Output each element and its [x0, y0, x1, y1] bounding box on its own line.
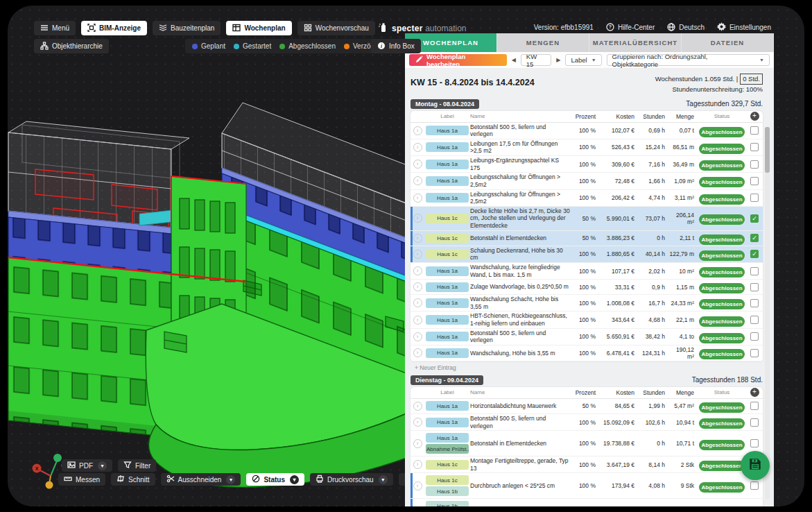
status-badge[interactable]: Abgeschlossen: [699, 349, 745, 359]
status-badge[interactable]: Abgeschlossen: [699, 418, 745, 429]
table-row[interactable]: ›Haus 1aLeibungsschalung für Öffnungen >…: [411, 173, 763, 189]
expand-row-icon[interactable]: ›: [413, 266, 422, 275]
row-checkbox[interactable]: [750, 267, 759, 275]
status-badge[interactable]: Abgeschlossen: [699, 333, 745, 343]
wochenplan-button[interactable]: Wochenplan: [226, 21, 291, 35]
row-checkbox[interactable]: [750, 439, 759, 447]
prev-week-button[interactable]: ◀: [512, 57, 516, 63]
table-row[interactable]: ›Haus 1aWandschalung, Höhe bis 3,55 m100…: [411, 345, 763, 361]
row-checkbox[interactable]: [750, 126, 759, 135]
expand-row-icon[interactable]: ›: [413, 126, 422, 135]
status-badge[interactable]: Abgeschlossen: [699, 177, 745, 187]
row-checkbox[interactable]: [750, 160, 759, 169]
add-row-button[interactable]: +: [750, 388, 759, 397]
objekthierarchie-button[interactable]: Objekthierarchie: [34, 39, 109, 53]
table-row[interactable]: ›Haus 1aBetonstahl 500 S, liefern und ve…: [411, 329, 763, 345]
viewport-tool-ausschneiden[interactable]: Ausschneiden▾: [161, 473, 241, 486]
menu-button[interactable]: Menü: [34, 21, 76, 35]
table-row[interactable]: ›Haus 1aWandschalung Schacht, Höhe bis 3…: [411, 295, 763, 312]
label-chip[interactable]: Haus 1c: [426, 249, 469, 259]
row-checkbox[interactable]: [750, 177, 759, 185]
panel-scrollbar-thumb[interactable]: [765, 127, 770, 173]
table-row[interactable]: ›Haus 1aAbnahme Prüfst..Betonstahl in El…: [411, 431, 763, 456]
expand-row-icon[interactable]: ›: [413, 143, 422, 152]
row-checkbox[interactable]: [750, 143, 759, 151]
row-checkbox[interactable]: [750, 299, 759, 307]
label-chip[interactable]: Haus 1c: [426, 475, 469, 485]
status-badge[interactable]: Abgeschlossen: [699, 402, 745, 413]
label-chip[interactable]: Haus 1a: [426, 266, 469, 276]
viewport-tool-filter[interactable]: Filter: [118, 459, 156, 472]
expand-row-icon[interactable]: ›: [413, 282, 422, 291]
viewport-tool-schnitt[interactable]: Schnitt: [111, 473, 155, 486]
help-center-button[interactable]: ?Hilfe-Center: [606, 23, 655, 33]
expand-row-icon[interactable]: ›: [413, 460, 422, 469]
row-checkbox[interactable]: [750, 194, 759, 202]
info-box-button[interactable]: iInfo Box: [371, 39, 421, 53]
viewport-tool-messen[interactable]: Messen: [58, 473, 105, 486]
bauzeitenplan-button[interactable]: Bauzeitenplan: [153, 21, 221, 35]
bim-anzeige-button[interactable]: BIM-Anzeige: [81, 21, 147, 35]
status-badge[interactable]: Abgeschlossen: [699, 267, 745, 278]
expand-chevron-icon[interactable]: ▾: [290, 475, 299, 484]
table-row[interactable]: ›Haus 1cSchalung Deckenrand, Höhe bis 30…: [411, 246, 763, 263]
row-checkbox[interactable]: [750, 402, 759, 410]
status-badge[interactable]: Abgeschlossen: [699, 482, 745, 493]
expand-chevron-icon[interactable]: ▾: [379, 475, 388, 484]
language-button[interactable]: Deutsch: [667, 23, 705, 33]
expand-row-icon[interactable]: ›: [413, 214, 422, 223]
save-button[interactable]: [741, 451, 770, 480]
table-row[interactable]: ›Haus 1aWandschalung, kurze feingliedrig…: [411, 263, 763, 280]
gizmo-y-axis[interactable]: [46, 481, 53, 489]
table-row[interactable]: ›Haus 1aBetonstahl 500 S, liefern und ve…: [411, 414, 763, 431]
expand-row-icon[interactable]: ›: [413, 481, 422, 490]
expand-row-icon[interactable]: ›: [413, 316, 422, 325]
status-badge[interactable]: Abgeschlossen: [699, 127, 745, 137]
expand-chevron-icon[interactable]: ▾: [98, 461, 107, 470]
row-checkbox[interactable]: [750, 418, 759, 427]
expand-row-icon[interactable]: ›: [413, 234, 422, 243]
gizmo-z-axis[interactable]: [53, 454, 62, 462]
add-row-button[interactable]: +: [750, 112, 759, 121]
row-checkbox[interactable]: [750, 332, 759, 341]
expand-row-icon[interactable]: ›: [413, 402, 422, 411]
week-selector[interactable]: KW 15: [521, 54, 551, 66]
label-chip[interactable]: Abnahme Prüfst..: [426, 444, 469, 454]
status-badge[interactable]: Abgeschlossen: [699, 299, 745, 309]
viewport-tool-pdf[interactable]: PDF▾: [62, 459, 112, 472]
label-chip[interactable]: Haus 1a: [426, 298, 469, 308]
status-badge[interactable]: Abgeschlossen: [699, 194, 745, 205]
label-filter-dropdown[interactable]: Label▼: [565, 54, 601, 66]
table-row[interactable]: ›Haus 1cMontage Fertigteiltreppe, gerade…: [411, 456, 763, 473]
expand-row-icon[interactable]: ›: [413, 298, 422, 307]
table-row[interactable]: ›Haus 1aHBT-Schienen, Rückbiegeanschluss…: [411, 312, 763, 328]
table-row[interactable]: ›Haus 1cDecke lichte Höhe bis 2,7 m, Dic…: [411, 207, 763, 231]
row-checkbox[interactable]: ✓: [750, 250, 759, 258]
expand-chevron-icon[interactable]: ▾: [226, 475, 235, 484]
expand-row-icon[interactable]: ›: [413, 439, 422, 448]
next-week-button[interactable]: ▶: [556, 57, 560, 63]
row-checkbox[interactable]: [750, 481, 759, 490]
table-row[interactable]: ›Haus 1bHaus 1cBetonage Decke bis 25 cm,…: [411, 499, 763, 506]
panel-scrollbar[interactable]: [765, 127, 770, 500]
expand-row-icon[interactable]: ›: [413, 176, 422, 185]
row-checkbox[interactable]: [750, 283, 759, 291]
table-row[interactable]: ›Haus 1aLeibungs-Ergänzungsspachtel KS 1…: [411, 156, 763, 173]
table-row[interactable]: ›Haus 1cHaus 1bDurchbruch anlegen < 25*2…: [411, 473, 763, 499]
label-chip[interactable]: Haus 1c: [426, 214, 469, 223]
table-row[interactable]: ›Haus 1cBetonstahl in Elementdecken50 %3…: [411, 231, 763, 246]
expand-row-icon[interactable]: ›: [413, 418, 422, 427]
label-chip[interactable]: Haus 1a: [426, 160, 469, 169]
row-checkbox[interactable]: ✓: [750, 214, 759, 223]
label-chip[interactable]: Haus 1a: [426, 348, 469, 358]
expand-row-icon[interactable]: ›: [413, 250, 422, 259]
table-row[interactable]: ›Haus 1aZulage Wandvorlage, bis 0,25*0,5…: [411, 280, 763, 295]
viewport-tool-druckvorschau[interactable]: Druckvorschau▾: [310, 473, 393, 486]
label-chip[interactable]: Haus 1a: [426, 401, 469, 411]
group-by-dropdown[interactable]: Gruppieren nach: Ordnungszahl, Objektkat…: [607, 54, 770, 66]
wochenvorschau-button[interactable]: Wochenvorschau: [297, 21, 375, 35]
table-row[interactable]: ›Haus 1aHorizontalabdichtung Mauerwerk50…: [411, 399, 763, 414]
status-badge[interactable]: Abgeschlossen: [699, 283, 745, 293]
label-chip[interactable]: Haus 1a: [426, 126, 469, 135]
expand-row-icon[interactable]: ›: [413, 332, 422, 341]
